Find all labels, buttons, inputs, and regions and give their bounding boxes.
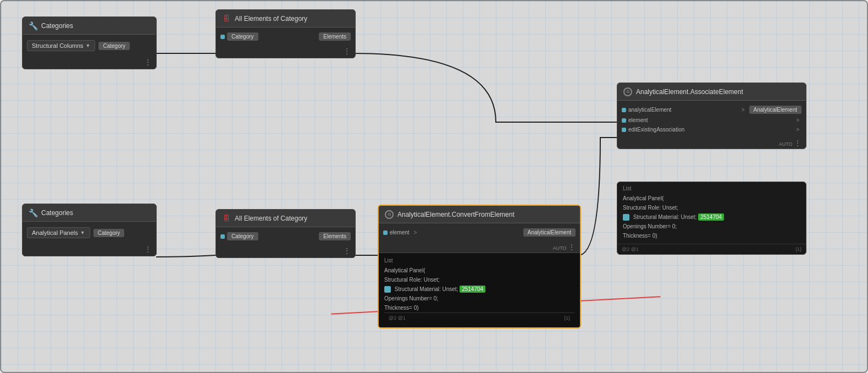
categories-node-1-title: Categories: [41, 22, 151, 30]
convert-auto-label: AUTO ⋮: [379, 242, 580, 253]
all-elements-node-1-footer: ⋮: [216, 46, 355, 58]
db-icon-1: 🗄: [222, 14, 231, 24]
edit-existing-label: editExistingAssociation: [628, 127, 792, 133]
all-elements-node-2-footer: ⋮: [216, 245, 355, 257]
all-elements-node-2-body: Category Elements: [216, 227, 355, 245]
categories-node-1-body: Structural Columns ▼ Category: [23, 35, 156, 57]
analytical-element-label: analyticalElement: [628, 107, 737, 113]
dropdown-arrow-2: ▼: [80, 230, 85, 235]
output-box-2-header: List: [384, 257, 574, 264]
dropdown-arrow-1: ▼: [86, 43, 91, 48]
dropdown-value-1: Structural Columns: [32, 42, 84, 49]
category-port-in-1[interactable]: Category: [227, 32, 258, 41]
node-dots-2[interactable]: ⋮: [343, 47, 351, 56]
analytical-element-port-row: analyticalElement > AnalyticalElement: [617, 104, 806, 116]
db-icon-2: 🗄: [222, 213, 231, 223]
categories-node-2-footer: ⋮: [23, 244, 156, 256]
all-elements-node-2: 🗄 All Elements of Category Category Elem…: [215, 209, 356, 258]
categories-node-1-footer: ⋮: [23, 57, 156, 69]
node-dots-3[interactable]: ⋮: [144, 245, 152, 254]
output-box-2-footer: @2 @1 {1}: [384, 312, 574, 323]
element-label: element: [628, 117, 792, 123]
node-dots-associate[interactable]: ⋮: [794, 139, 801, 147]
output-highlight-1: 2514704: [460, 286, 485, 293]
analytical-panels-dropdown[interactable]: Analytical Panels ▼: [27, 227, 90, 238]
output-node-1-header: List: [617, 182, 806, 193]
circle-icon-1: ⊙: [623, 87, 633, 97]
output-node-1-footer: @2 @1 {1}: [617, 244, 806, 254]
categories-node-2-body: Analytical Panels ▼ Category: [23, 222, 156, 244]
associate-node: ⊙ AnalyticalElement.AssociateElement ana…: [617, 83, 806, 149]
circle-icon-2: ⊙: [384, 210, 394, 220]
element-port-row: element >: [617, 116, 806, 125]
convert-element-label: element: [390, 229, 410, 235]
convert-arrow: >: [414, 229, 417, 235]
categories-node-2-title: Categories: [41, 209, 151, 217]
categories-dropdown-row-2: Analytical Panels ▼ Category: [23, 225, 156, 240]
output-box-2-content: Analytical Panel( Structural Role: Unset…: [384, 266, 574, 312]
convert-node-header: ⊙ AnalyticalElement.ConvertFromElement: [379, 206, 580, 223]
all-elements-node-2-header: 🗄 All Elements of Category: [216, 210, 355, 227]
arrow-2: >: [796, 117, 799, 123]
analytical-element-output[interactable]: AnalyticalElement: [749, 106, 801, 114]
category-port-out-1[interactable]: Category: [98, 42, 130, 50]
output-highlight-2: 2514704: [698, 213, 724, 221]
output-node-1-content: Analytical Panel( Structural Role: Unset…: [617, 193, 806, 244]
output-icon-small-1: [384, 286, 391, 293]
convert-output-port[interactable]: AnalyticalElement: [523, 228, 576, 237]
edit-existing-port-row: editExistingAssociation >: [617, 125, 806, 134]
all-elements-node-1-title: All Elements of Category: [235, 15, 350, 23]
arrow-3: >: [796, 127, 799, 133]
all-elements-2-ports: Category Elements: [216, 231, 355, 242]
category-port-in-2[interactable]: Category: [227, 232, 258, 240]
categories-node-1-header: 🔧 Categories: [23, 17, 156, 35]
elements-port-out-1[interactable]: Elements: [319, 32, 351, 41]
convert-port-row: element > AnalyticalElement: [379, 227, 580, 238]
categories-node-2: 🔧 Categories Analytical Panels ▼ Categor…: [22, 204, 157, 256]
associate-node-body: analyticalElement > AnalyticalElement el…: [617, 101, 806, 138]
categories-node-2-header: 🔧 Categories: [23, 204, 156, 222]
associate-node-title: AnalyticalElement.AssociateElement: [636, 88, 800, 96]
all-elements-node-2-title: All Elements of Category: [235, 215, 350, 222]
wrench-icon-2: 🔧: [28, 208, 38, 218]
categories-dropdown-row-1: Structural Columns ▼ Category: [23, 38, 156, 53]
structural-columns-dropdown[interactable]: Structural Columns ▼: [27, 40, 95, 51]
arrow-1: >: [742, 107, 745, 113]
associate-auto-label: AUTO ⋮: [617, 138, 806, 149]
convert-node-body: element > AnalyticalElement: [379, 223, 580, 242]
elements-port-out-2[interactable]: Elements: [319, 232, 351, 240]
all-elements-node-1: 🗄 All Elements of Category Category Elem…: [215, 9, 356, 58]
convert-node: ⊙ AnalyticalElement.ConvertFromElement e…: [378, 205, 581, 328]
convert-node-title: AnalyticalElement.ConvertFromElement: [397, 211, 574, 218]
all-elements-1-ports: Category Elements: [216, 31, 355, 42]
categories-node-1: 🔧 Categories Structural Columns ▼ Catego…: [22, 17, 157, 69]
wrench-icon-1: 🔧: [28, 21, 38, 31]
node-dots-4[interactable]: ⋮: [343, 246, 351, 255]
dropdown-value-2: Analytical Panels: [32, 229, 78, 236]
all-elements-node-1-header: 🗄 All Elements of Category: [216, 10, 355, 28]
output-icon-small-2: [623, 214, 629, 221]
node-dots-convert[interactable]: ⋮: [568, 243, 576, 251]
output-node-1: List Analytical Panel( Structural Role: …: [617, 182, 806, 255]
node-canvas[interactable]: 🔧 Categories Structural Columns ▼ Catego…: [0, 0, 868, 373]
all-elements-node-1-body: Category Elements: [216, 28, 355, 46]
category-port-out-2[interactable]: Category: [93, 229, 125, 237]
associate-node-header: ⊙ AnalyticalElement.AssociateElement: [617, 83, 806, 101]
node-dots-1[interactable]: ⋮: [144, 58, 152, 67]
